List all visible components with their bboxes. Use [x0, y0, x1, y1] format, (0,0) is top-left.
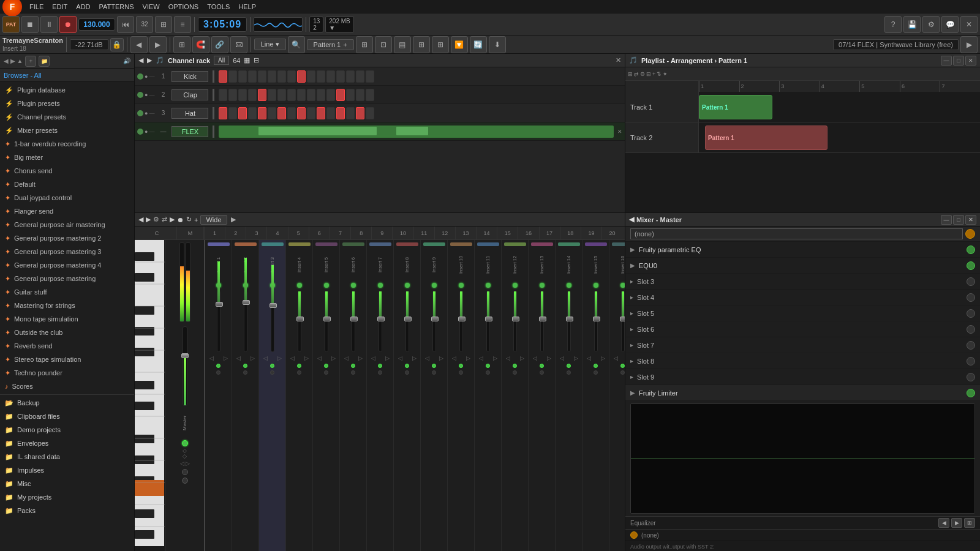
- ch-send-dot-8[interactable]: [405, 364, 409, 368]
- ch-fader-track-14[interactable]: [567, 291, 571, 352]
- ch-fader-handle-14[interactable]: [566, 317, 573, 321]
- sidebar-item-envelopes[interactable]: 📁 Envelopes: [0, 437, 134, 450]
- mm-none-dropdown[interactable]: (none): [630, 228, 963, 239]
- hat-step-4[interactable]: [248, 107, 257, 119]
- sidebar-folder-btn[interactable]: 📁: [39, 56, 50, 67]
- grid-button[interactable]: ⊞: [173, 36, 190, 53]
- ch-active-dot-5[interactable]: [324, 283, 329, 288]
- ch-fader-handle-5[interactable]: [323, 317, 331, 321]
- kick-step-2[interactable]: [228, 70, 237, 83]
- link-button[interactable]: 🔗: [211, 36, 228, 53]
- kick-step-12[interactable]: [326, 70, 335, 83]
- fast-forward-button[interactable]: 32: [136, 16, 153, 33]
- playlist-tb-1[interactable]: ⊞: [628, 71, 633, 77]
- sidebar-item-gp-mastering[interactable]: ✦ General purpose mastering: [0, 272, 134, 285]
- ch-send-dot2-14[interactable]: [567, 370, 571, 375]
- hat-name[interactable]: Hat: [172, 108, 208, 119]
- menu-options[interactable]: OPTIONS: [165, 2, 203, 12]
- insert-strip-7[interactable]: Insert 7 ◁▷: [367, 240, 394, 551]
- sidebar-item-mixer-presets[interactable]: ⚡ Mixer presets: [0, 124, 134, 137]
- ch-active-dot-6[interactable]: [351, 283, 356, 288]
- mixer-nav-left[interactable]: ◀: [138, 216, 143, 223]
- kick-step-3[interactable]: [238, 70, 247, 83]
- ch-active-dot-7[interactable]: [378, 283, 383, 288]
- kick-step-14[interactable]: [346, 70, 355, 83]
- ch-fader-handle-15[interactable]: [593, 317, 600, 321]
- insert-strip-4[interactable]: Insert 4 ◁▷: [286, 240, 313, 551]
- mm-slot-5[interactable]: ▸ Slot 5: [625, 305, 980, 321]
- mixer-play-icon[interactable]: ▶: [170, 216, 175, 223]
- ch-active-dot-11[interactable]: [486, 283, 491, 288]
- ch-send-dot2-11[interactable]: [486, 370, 490, 375]
- ch-send-dot-12[interactable]: [513, 364, 517, 368]
- ch-fader-handle-1[interactable]: [216, 302, 223, 307]
- playlist-tb-4[interactable]: ⊟: [646, 71, 651, 77]
- sidebar-item-guitar[interactable]: ✦ Guitar stuff: [0, 285, 134, 299]
- mm-s6-dot[interactable]: [967, 325, 975, 334]
- mixer-loop-icon[interactable]: ↻: [186, 216, 192, 223]
- channel-rack-close[interactable]: ✕: [616, 56, 621, 64]
- mixer-io-icon[interactable]: ⇄: [162, 216, 167, 223]
- ch-send-dot-6[interactable]: [351, 364, 355, 368]
- close-button[interactable]: ✕: [960, 16, 978, 33]
- ch-fader-track-8[interactable]: [405, 291, 409, 352]
- ch-send-dot2-3[interactable]: [270, 370, 274, 375]
- mm-s4-dot[interactable]: [967, 293, 975, 302]
- insert-strip-9[interactable]: Insert 9 ◁▷: [421, 240, 448, 551]
- kick-step-13[interactable]: [336, 70, 345, 83]
- mm-slot-6[interactable]: ▸ Slot 6: [625, 321, 980, 337]
- kick-step-8[interactable]: [287, 70, 296, 83]
- insert-strip-12[interactable]: Insert 12 ◁▷: [502, 240, 529, 551]
- ch-fader-handle-8[interactable]: [404, 317, 412, 321]
- track-2-content[interactable]: Pattern 1: [699, 122, 980, 152]
- ch-fader-track-10[interactable]: [459, 291, 463, 352]
- nav-left[interactable]: ◀: [130, 36, 148, 53]
- menu-file[interactable]: FILE: [26, 2, 47, 12]
- hat-step-3[interactable]: [238, 107, 247, 119]
- clap-step-5[interactable]: [258, 89, 266, 101]
- playlist-tb-5[interactable]: +: [652, 71, 655, 77]
- ch-fader-handle-9[interactable]: [431, 317, 439, 321]
- ch-send-dot-2[interactable]: [243, 364, 247, 368]
- sidebar-item-gp-air[interactable]: ✦ General purpose air mastering: [0, 218, 134, 231]
- ch-send-dot2-15[interactable]: [594, 370, 598, 375]
- channel-all-btn[interactable]: All: [214, 56, 229, 65]
- sidebar-item-impulses[interactable]: 📁 Impulses: [0, 463, 134, 477]
- pause-button[interactable]: ⏸: [40, 16, 58, 33]
- ch-fader-handle-3[interactable]: [270, 303, 277, 308]
- ch-fader-track-4[interactable]: [298, 291, 301, 352]
- mixer-button[interactable]: ⊞: [155, 16, 172, 33]
- playlist-tb-2[interactable]: ⇄: [634, 71, 639, 77]
- mm-equ0-dot[interactable]: [967, 261, 975, 270]
- hat-step-16[interactable]: [366, 107, 374, 119]
- flex-close[interactable]: ✕: [617, 129, 622, 135]
- insert-strip-11[interactable]: Insert 11 ◁▷: [475, 240, 502, 551]
- mixer-wide-arrow[interactable]: ▶: [231, 216, 236, 223]
- ch-send-dot-4[interactable]: [297, 364, 301, 368]
- save-button[interactable]: 💾: [903, 16, 921, 33]
- ch-send-dot2-16[interactable]: [620, 370, 625, 375]
- menu-view[interactable]: VIEW: [139, 2, 164, 12]
- clap-step-9[interactable]: [297, 89, 306, 101]
- flex-nav-right[interactable]: ▶: [960, 36, 978, 53]
- clap-mute[interactable]: —: [149, 92, 154, 98]
- kick-step-11[interactable]: [317, 70, 325, 83]
- ch-active-dot-14[interactable]: [567, 283, 571, 288]
- mm-slot-4[interactable]: ▸ Slot 4: [625, 290, 980, 305]
- mm-slot-8[interactable]: ▸ Slot 8: [625, 353, 980, 369]
- clap-step-8[interactable]: [287, 89, 296, 101]
- insert-strip-8[interactable]: Insert 8 ◁▷: [394, 240, 421, 551]
- kick-step-9[interactable]: [297, 70, 306, 83]
- ch-active-dot-9[interactable]: [432, 283, 437, 288]
- clap-name[interactable]: Clap: [172, 89, 208, 100]
- ch-active-dot-10[interactable]: [459, 283, 464, 288]
- mm-eq-btn-1[interactable]: ◀: [938, 518, 949, 528]
- mm-slot-3[interactable]: ▸ Slot 3: [625, 274, 980, 290]
- ch-send-dot-14[interactable]: [567, 364, 571, 368]
- sidebar-item-stereo-tape[interactable]: ✦ Stereo tape simulation: [0, 353, 134, 366]
- playlist-min[interactable]: —: [941, 56, 952, 66]
- flex-solo[interactable]: ●: [145, 129, 148, 135]
- mm-eq-btn-3[interactable]: ⊞: [964, 518, 975, 528]
- mm-s8-dot[interactable]: [967, 357, 975, 365]
- clap-step-2[interactable]: [228, 89, 237, 101]
